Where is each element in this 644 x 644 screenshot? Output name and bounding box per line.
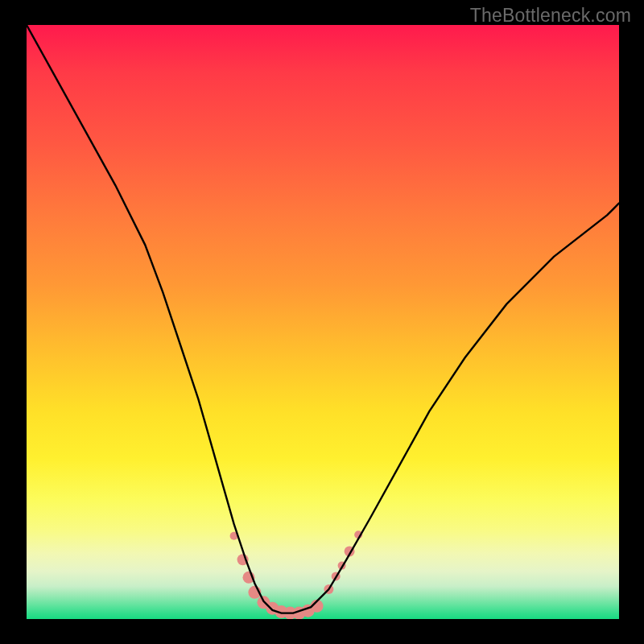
chart-overlay <box>27 25 619 619</box>
bottleneck-curve <box>27 25 619 613</box>
highlight-markers <box>230 530 363 619</box>
chart-frame: TheBottleneck.com <box>0 0 644 644</box>
watermark-text: TheBottleneck.com <box>470 5 631 27</box>
